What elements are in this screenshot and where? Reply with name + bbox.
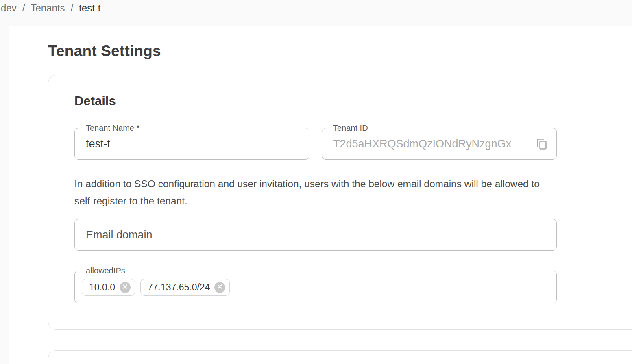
email-domain-label: Email domain <box>86 219 153 250</box>
details-card: Details Tenant Name * test-t Tenant ID T… <box>48 75 632 330</box>
details-heading: Details <box>74 94 628 108</box>
chip-delete-button[interactable] <box>120 282 131 293</box>
tenant-name-value[interactable]: test-t <box>86 137 299 151</box>
ip-chip-label: 77.137.65.0/24 <box>148 282 210 293</box>
breadcrumb-separator: / <box>22 2 25 15</box>
tenant-id-field: Tenant ID T2d5aHXRQSdmQzIONdRyNzgnGx <box>322 128 557 160</box>
breadcrumb-item-current: test-t <box>79 2 100 15</box>
content-copy-icon <box>534 136 549 153</box>
top-bar: dev / Tenants / test-t <box>0 0 632 26</box>
allowed-ips-field[interactable]: allowedIPs 10.0.0 77.137.65.0/24 <box>74 271 557 303</box>
page-title: Tenant Settings <box>48 43 632 60</box>
breadcrumb-item-dev[interactable]: dev <box>1 2 17 15</box>
self-register-note: In addition to SSO configuration and use… <box>74 176 550 210</box>
ip-chip: 10.0.0 <box>82 279 135 296</box>
next-section-card <box>48 350 632 364</box>
details-fields-row: Tenant Name * test-t Tenant ID T2d5aHXRQ… <box>74 128 628 160</box>
x-circle-icon <box>122 284 128 290</box>
x-circle-icon <box>217 284 222 290</box>
email-domain-field[interactable]: Email domain <box>74 219 557 251</box>
tenant-name-label: Tenant Name * <box>83 123 143 133</box>
breadcrumb-item-tenants[interactable]: Tenants <box>31 2 65 15</box>
tenant-id-label: Tenant ID <box>330 123 371 133</box>
breadcrumb-separator: / <box>70 2 73 15</box>
tenant-id-value: T2d5aHXRQSdmQzIONdRyNzgnGx <box>333 137 525 151</box>
copy-tenant-id-button[interactable] <box>533 136 550 153</box>
allowed-ips-label: allowedIPs <box>83 266 129 276</box>
tenant-name-field[interactable]: Tenant Name * test-t <box>74 128 309 160</box>
chip-delete-button[interactable] <box>214 282 225 293</box>
allowed-ips-chip-list: 10.0.0 77.137.65.0/24 <box>82 279 230 296</box>
content-panel: Tenant Settings Details Tenant Name * te… <box>9 26 632 364</box>
ip-chip-label: 10.0.0 <box>89 282 115 293</box>
breadcrumb: dev / Tenants / test-t <box>1 2 100 15</box>
ip-chip: 77.137.65.0/24 <box>140 279 230 296</box>
